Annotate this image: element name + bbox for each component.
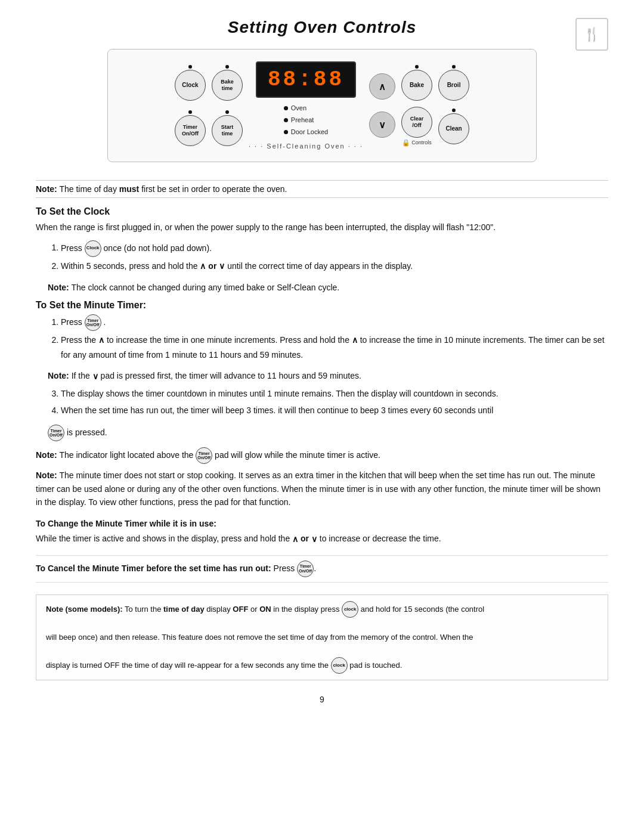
bake-time-indicator-dot bbox=[225, 65, 229, 69]
door-locked-label: Door Locked bbox=[291, 126, 328, 138]
clock-step-1: Press Clock once (do not hold pad down). bbox=[61, 240, 608, 257]
note-box-line2: will beep once) and then release. This f… bbox=[46, 633, 473, 642]
broil-button[interactable]: Broil bbox=[438, 70, 469, 101]
timer-note-1: Note: The indicator light located above … bbox=[36, 447, 608, 464]
clear-off-btn-wrap: Clear/Off 🔒 Controls bbox=[401, 107, 432, 147]
timer-step2-note: Note: If the ∨ pad is pressed first, the… bbox=[48, 369, 608, 383]
start-time-button[interactable]: Starttime bbox=[212, 115, 243, 146]
set-timer-title: To Set the Minute Timer: bbox=[36, 300, 608, 311]
timer-step-2: Press the ∧ to increase the time in one … bbox=[61, 333, 608, 362]
set-clock-intro: When the range is first plugged in, or w… bbox=[36, 221, 608, 234]
bake-button[interactable]: Bake bbox=[401, 70, 432, 101]
clock-step-note: Note: The clock cannot be changed during… bbox=[48, 281, 608, 294]
timer-step4-suffix: TimerOn/Off is pressed. bbox=[48, 425, 608, 441]
start-time-indicator-dot bbox=[225, 110, 229, 114]
set-timer-steps: Press TimerOn/Off . Press the ∧ to incre… bbox=[48, 314, 608, 362]
clean-indicator-dot bbox=[452, 109, 456, 112]
timer-note-2: Note: The minute timer does not start or… bbox=[36, 469, 608, 509]
top-right-row: Bake Broil bbox=[401, 65, 469, 101]
right-button-group: Bake Broil Clear/Off 🔒 Controls C bbox=[401, 65, 469, 147]
bake-time-button[interactable]: Baketime bbox=[212, 70, 243, 101]
clock-button[interactable]: Clock bbox=[175, 70, 206, 101]
page-number: 9 bbox=[36, 695, 608, 704]
center-left-button-group: Baketime Starttime bbox=[212, 65, 243, 146]
timer-indicator-dot bbox=[188, 110, 192, 114]
display-screen: 88:88 bbox=[256, 61, 356, 98]
preheat-indicator: Preheat bbox=[284, 114, 328, 126]
bake-btn-wrap: Bake bbox=[401, 65, 432, 101]
timer-inline-cancel: TimerOn/Off bbox=[297, 561, 314, 577]
clock-btn-wrap: Clock bbox=[175, 65, 206, 101]
cancel-timer-line: To Cancel the Minute Timer before the se… bbox=[36, 555, 608, 583]
bake-time-btn-wrap: Baketime bbox=[212, 65, 243, 101]
display-area: 88:88 Oven Preheat Door Locked · · · Sel… bbox=[249, 61, 363, 150]
note-box: Note (some models): To turn the time of … bbox=[36, 594, 608, 680]
set-timer-steps-cont: The display shows the timer countdown in… bbox=[48, 387, 608, 418]
change-timer-text: While the timer is active and shows in t… bbox=[36, 532, 608, 546]
note-box-line3: display is turned OFF the time of day wi… bbox=[46, 661, 402, 670]
bake-indicator-dot bbox=[415, 65, 419, 69]
set-clock-title: To Set the Clock bbox=[36, 206, 608, 217]
preheat-dot bbox=[284, 118, 288, 122]
clock-inline-note-box: clock bbox=[342, 601, 358, 618]
timer-on-off-button[interactable]: TimerOn/Off bbox=[175, 115, 206, 146]
self-clean-text: · · · Self-Cleaning Oven · · · bbox=[249, 143, 363, 150]
broil-indicator-dot bbox=[452, 65, 456, 69]
timer-inline-btn-4: TimerOn/Off bbox=[48, 425, 64, 441]
note-prefix: Note: The time of day must first be set … bbox=[36, 184, 287, 194]
bottom-right-row: Clear/Off 🔒 Controls Clean bbox=[401, 107, 469, 147]
clock-step-2: Within 5 seconds, press and hold the ∧ o… bbox=[61, 259, 608, 274]
clock-inline-btn-1: Clock bbox=[85, 240, 101, 257]
timer-step-4: When the set time has run out, the timer… bbox=[61, 404, 608, 418]
controls-label: 🔒 Controls bbox=[402, 139, 432, 147]
logo-icon: 🍴 bbox=[575, 18, 608, 51]
left-button-group: Clock TimerOn/Off bbox=[175, 65, 206, 146]
oven-dot bbox=[284, 106, 288, 110]
clock-indicator-dot bbox=[188, 65, 192, 69]
door-locked-indicator: Door Locked bbox=[284, 126, 328, 138]
timer-inline-note1: TimerOn/Off bbox=[196, 447, 212, 464]
timer-btn-wrap: TimerOn/Off bbox=[175, 110, 206, 146]
clean-btn-wrap: Clean bbox=[438, 109, 469, 144]
broil-btn-wrap: Broil bbox=[438, 65, 469, 101]
clean-button[interactable]: Clean bbox=[438, 113, 469, 144]
arrow-column: ∧ ∨ bbox=[369, 73, 395, 138]
timer-step-1: Press TimerOn/Off . bbox=[61, 314, 608, 331]
oven-label: Oven bbox=[291, 103, 306, 114]
door-locked-dot bbox=[284, 130, 288, 134]
clock-inline-note-box-2: clock bbox=[331, 657, 348, 674]
timer-inline-btn-1: TimerOn/Off bbox=[85, 314, 101, 331]
set-clock-steps: Press Clock once (do not hold pad down).… bbox=[48, 240, 608, 274]
up-arrow-button[interactable]: ∧ bbox=[369, 73, 395, 100]
preheat-label: Preheat bbox=[291, 114, 314, 126]
oven-indicator: Oven bbox=[284, 103, 328, 114]
control-panel-diagram: Clock TimerOn/Off Baketime Starttime 88:… bbox=[107, 49, 537, 162]
indicator-list: Oven Preheat Door Locked bbox=[284, 103, 328, 138]
clear-off-button[interactable]: Clear/Off bbox=[401, 107, 432, 138]
page-title: Setting Oven Controls bbox=[36, 18, 608, 37]
timer-step-3: The display shows the timer countdown in… bbox=[61, 387, 608, 401]
change-timer-title: To Change the Minute Timer while it is i… bbox=[36, 519, 608, 528]
controls-text: Controls bbox=[411, 140, 432, 145]
start-time-btn-wrap: Starttime bbox=[212, 110, 243, 146]
note-line: Note: The time of day must first be set … bbox=[36, 180, 608, 198]
lock-icon: 🔒 bbox=[402, 139, 410, 147]
main-content: Note: The time of day must first be set … bbox=[36, 180, 608, 704]
down-arrow-button[interactable]: ∨ bbox=[369, 112, 395, 138]
